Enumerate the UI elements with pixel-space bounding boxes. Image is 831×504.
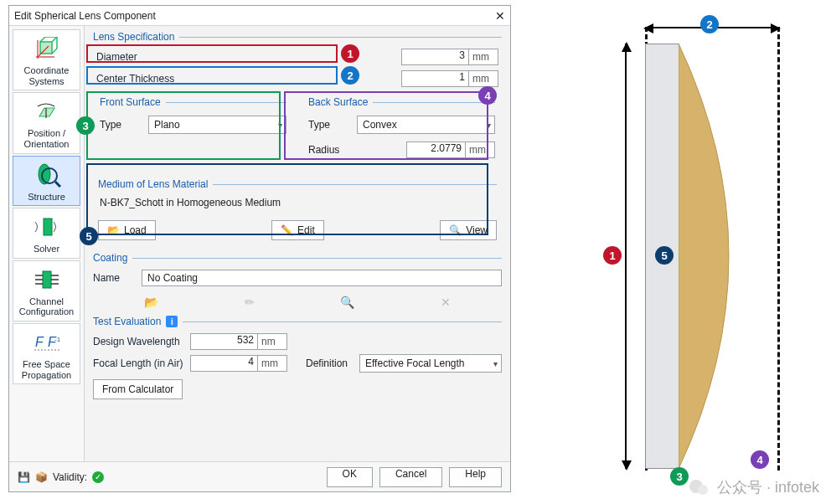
main-panel: Lens Specification Diameter 3 mm Center … bbox=[85, 26, 510, 461]
dimension-thickness-arrow bbox=[645, 27, 779, 28]
coating-name-input[interactable] bbox=[142, 270, 502, 286]
dialog-window: Edit Spherical Lens Component ✕ Coordina… bbox=[8, 5, 511, 492]
material-view-button[interactable]: 🔍 View bbox=[440, 220, 497, 240]
dialog-title: Edit Spherical Lens Component bbox=[14, 6, 156, 25]
back-type-dropdown[interactable]: Convex ▾ bbox=[357, 116, 495, 134]
button-label: Load bbox=[124, 224, 147, 236]
material-header: Medium of Lens Material bbox=[98, 178, 208, 190]
focal-label: Focal Length (in Air) bbox=[93, 357, 183, 369]
lens-diagram: 1 2 3 4 5 bbox=[553, 15, 821, 484]
coating-clear-icon[interactable]: ✕ bbox=[441, 296, 451, 309]
chevron-down-icon: ▾ bbox=[278, 121, 282, 130]
button-label: View bbox=[466, 224, 488, 236]
focal-input[interactable]: 4 mm bbox=[190, 355, 287, 372]
sidebar-item-label: Coordinate Systems bbox=[24, 65, 70, 86]
sidebar-item-structure[interactable]: Structure bbox=[13, 156, 80, 207]
group-header: Lens Specification bbox=[93, 31, 174, 43]
button-label: Cancel bbox=[395, 468, 426, 480]
ok-button[interactable]: OK bbox=[327, 467, 373, 487]
wavelength-input[interactable]: 532 nm bbox=[190, 333, 287, 350]
group-test-evaluation: Test Evaluation i Design Wavelength 532 … bbox=[93, 316, 502, 399]
group-back-surface: Back Surface Type Convex ▾ Radius 2.0779… bbox=[302, 93, 502, 170]
material-value: N-BK7_Schott in Homogeneous Medium bbox=[98, 195, 497, 215]
thickness-input[interactable]: 1 mm bbox=[401, 70, 498, 87]
back-radius-value[interactable]: 2.0779 bbox=[406, 141, 465, 158]
validity-label: Validity: bbox=[53, 471, 87, 483]
thickness-value[interactable]: 1 bbox=[401, 70, 468, 87]
package-icon[interactable]: 📦 bbox=[35, 471, 48, 483]
definition-value: Effective Focal Length bbox=[365, 357, 465, 369]
sidebar: Coordinate Systems Position / Orientatio… bbox=[9, 26, 85, 461]
svg-rect-0 bbox=[40, 42, 52, 54]
back-radius-input[interactable]: 2.0779 mm bbox=[357, 141, 495, 158]
svg-text:F: F bbox=[35, 335, 44, 349]
group-lens-specification: Lens Specification Diameter 3 mm Center … bbox=[93, 31, 502, 88]
back-radius-label: Radius bbox=[308, 144, 350, 156]
dialog-bottombar: 💾 📦 Validity: ✓ OK Cancel Help bbox=[9, 461, 510, 491]
svg-line-1 bbox=[40, 37, 45, 42]
sidebar-item-solver[interactable]: Solver bbox=[13, 208, 80, 259]
save-icon[interactable]: 💾 bbox=[18, 471, 30, 483]
diagram-badge-3: 3 bbox=[670, 467, 689, 486]
lens-flat-section bbox=[645, 44, 679, 469]
svg-line-13 bbox=[55, 182, 60, 187]
propagation-icon: FF-1 bbox=[31, 329, 63, 356]
group-material: Medium of Lens Material N-BK7_Schott in … bbox=[93, 175, 502, 247]
thickness-unit: mm bbox=[468, 70, 498, 87]
help-button[interactable]: Help bbox=[449, 467, 502, 487]
coating-load-icon[interactable]: 📂 bbox=[144, 296, 158, 309]
svg-marker-9 bbox=[39, 108, 54, 116]
dimension-diameter-arrow bbox=[625, 44, 627, 469]
sidebar-item-label: Channel Configuration bbox=[19, 296, 74, 317]
channel-icon bbox=[31, 266, 63, 293]
svg-rect-15 bbox=[43, 271, 51, 288]
diameter-label: Diameter bbox=[96, 51, 187, 63]
sidebar-item-label: Solver bbox=[34, 244, 59, 255]
validity-ok-icon: ✓ bbox=[92, 471, 104, 483]
wavelength-value[interactable]: 532 bbox=[190, 333, 257, 350]
front-type-dropdown[interactable]: Plano ▾ bbox=[148, 116, 286, 134]
test-header: Test Evaluation bbox=[93, 316, 161, 327]
sidebar-item-position-orientation[interactable]: Position / Orientation bbox=[13, 92, 80, 153]
info-icon[interactable]: i bbox=[166, 316, 178, 327]
material-edit-button[interactable]: ✏️ Edit bbox=[271, 220, 324, 240]
close-icon[interactable]: ✕ bbox=[495, 6, 505, 25]
magnifier-icon: 🔍 bbox=[449, 224, 461, 236]
back-type-label: Type bbox=[308, 119, 350, 131]
wavelength-label: Design Wavelength bbox=[93, 336, 183, 347]
svg-point-27 bbox=[698, 485, 708, 495]
front-type-value: Plano bbox=[154, 119, 180, 131]
axes-cube-icon bbox=[31, 35, 63, 62]
watermark: 公众号 · infotek bbox=[689, 477, 819, 497]
svg-line-3 bbox=[52, 49, 57, 54]
back-header: Back Surface bbox=[308, 96, 368, 108]
definition-dropdown[interactable]: Effective Focal Length ▾ bbox=[359, 354, 502, 373]
from-calculator-button[interactable]: From Calculator bbox=[93, 379, 183, 399]
sidebar-item-coordinate-systems[interactable]: Coordinate Systems bbox=[13, 29, 80, 90]
sidebar-item-label: Position / Orientation bbox=[24, 128, 70, 149]
focal-unit: mm bbox=[257, 355, 287, 372]
diagram-badge-1: 1 bbox=[603, 246, 622, 265]
diameter-value[interactable]: 3 bbox=[401, 49, 468, 65]
sidebar-item-channel-configuration[interactable]: Channel Configuration bbox=[13, 260, 80, 321]
cancel-button[interactable]: Cancel bbox=[379, 467, 442, 487]
lens-convex-section bbox=[679, 44, 779, 469]
diameter-input[interactable]: 3 mm bbox=[401, 49, 498, 65]
orientation-icon bbox=[31, 98, 63, 125]
solver-icon bbox=[31, 213, 63, 240]
button-label: Help bbox=[465, 468, 486, 480]
chevron-down-icon: ▾ bbox=[493, 359, 498, 368]
sidebar-item-free-space-propagation[interactable]: FF-1 Free Space Propagation bbox=[13, 323, 80, 384]
focal-value[interactable]: 4 bbox=[190, 355, 257, 372]
coating-view-icon[interactable]: 🔍 bbox=[340, 296, 354, 309]
definition-label: Definition bbox=[294, 357, 353, 369]
diagram-badge-2: 2 bbox=[700, 15, 719, 33]
front-header: Front Surface bbox=[100, 96, 161, 108]
svg-rect-14 bbox=[44, 219, 52, 235]
coating-edit-icon[interactable]: ✏ bbox=[245, 296, 255, 309]
titlebar: Edit Spherical Lens Component ✕ bbox=[9, 6, 510, 26]
svg-line-2 bbox=[52, 37, 57, 42]
material-load-button[interactable]: 📂 Load bbox=[98, 220, 156, 240]
group-coating: Coating Name 📂 ✏ 🔍 ✕ bbox=[93, 252, 502, 311]
button-label: OK bbox=[343, 468, 357, 480]
